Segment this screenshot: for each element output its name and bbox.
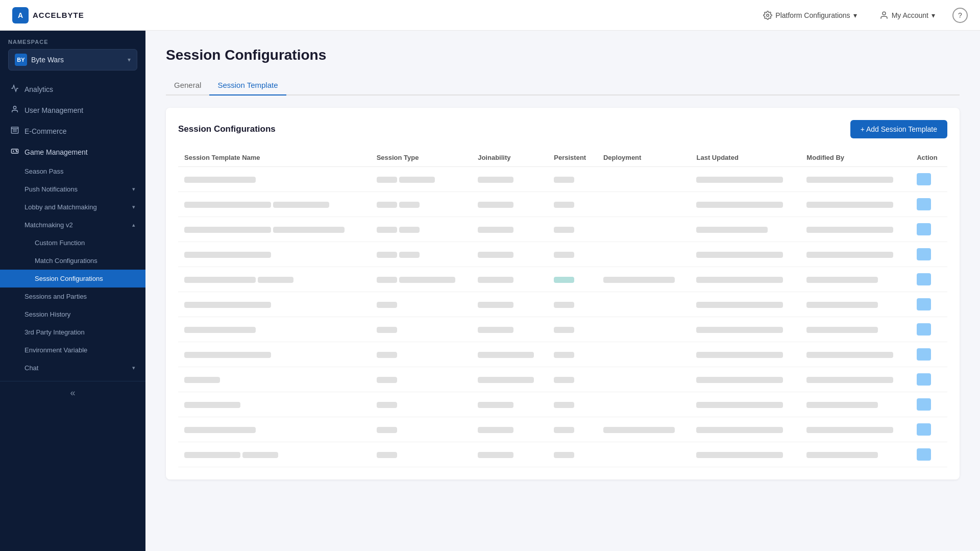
- skel: [917, 223, 931, 235]
- my-account-label: My Account: [892, 11, 928, 19]
- skel: [603, 427, 675, 433]
- sidebar-item-user-management[interactable]: User Management: [0, 100, 145, 121]
- sidebar-item-label-chat: Chat: [24, 364, 38, 372]
- skel: [696, 452, 783, 458]
- gear-icon: [763, 11, 772, 20]
- table-row: [178, 442, 947, 467]
- namespace-badge: BY: [15, 54, 27, 66]
- skel: [399, 277, 455, 283]
- skel: [478, 227, 513, 233]
- namespace-dropdown[interactable]: BY Byte Wars ▾: [8, 49, 137, 70]
- skel: [273, 202, 329, 208]
- svg-point-12: [16, 150, 16, 151]
- sidebar-item-e-commerce[interactable]: E-Commerce: [0, 121, 145, 141]
- sidebar-item-label-lobby-matchmaking: Lobby and Matchmaking: [24, 203, 97, 211]
- tab-session-template[interactable]: Session Template: [209, 76, 286, 95]
- col-last-updated: Last Updated: [690, 149, 800, 167]
- skel: [917, 448, 931, 461]
- sidebar-item-sessions-parties[interactable]: Sessions and Parties: [0, 288, 145, 305]
- sidebar-item-match-configurations[interactable]: Match Configurations: [0, 252, 145, 270]
- table-row: [178, 192, 947, 217]
- skel: [377, 427, 397, 433]
- sidebar-item-session-configurations[interactable]: Session Configurations: [0, 270, 145, 288]
- skel: [917, 298, 931, 310]
- skel: [184, 252, 271, 258]
- sidebar-item-matchmaking-v2[interactable]: Matchmaking v2 ▴: [0, 216, 145, 234]
- sidebar-item-season-pass[interactable]: Season Pass: [0, 162, 145, 180]
- skel: [273, 227, 345, 233]
- tab-bar: General Session Template: [166, 76, 960, 95]
- sidebar-collapse-button[interactable]: «: [0, 381, 145, 404]
- skel: [806, 452, 878, 458]
- skel: [554, 452, 574, 458]
- skel: [696, 227, 768, 233]
- sidebar-item-game-management[interactable]: Game Management: [0, 141, 145, 162]
- card-title: Session Configurations: [178, 124, 276, 134]
- skel: [377, 177, 397, 183]
- page-title: Session Configurations: [166, 47, 960, 63]
- skel: [478, 402, 513, 408]
- main-inner: Session Configurations General Session T…: [145, 31, 980, 496]
- skel: [806, 202, 893, 208]
- skel: [399, 227, 420, 233]
- sidebar-item-label-push-notifications: Push Notifications: [24, 185, 78, 193]
- layout: NAMESPACE BY Byte Wars ▾ Analytics User …: [0, 31, 980, 551]
- skel: [184, 227, 271, 233]
- table-body: [178, 167, 947, 467]
- skel: [917, 173, 931, 185]
- skel: [917, 323, 931, 336]
- table-row: [178, 167, 947, 192]
- skel: [917, 398, 931, 411]
- skel: [554, 252, 574, 258]
- skel: [554, 427, 574, 433]
- platform-config-label: Platform Configurations: [775, 11, 850, 19]
- platform-config-button[interactable]: Platform Configurations ▾: [758, 8, 862, 23]
- session-configurations-card: Session Configurations + Add Session Tem…: [166, 108, 960, 480]
- sidebar-item-session-history[interactable]: Session History: [0, 305, 145, 323]
- table-row: [178, 317, 947, 342]
- skel: [806, 327, 878, 333]
- my-account-arrow: ▾: [932, 11, 935, 19]
- skel: [478, 427, 513, 433]
- skel: [242, 452, 278, 458]
- skel: [554, 227, 574, 233]
- table-row: [178, 242, 947, 267]
- sidebar-item-custom-function[interactable]: Custom Function: [0, 234, 145, 252]
- help-button[interactable]: ?: [952, 8, 968, 23]
- table-header-row: Session Template Name Session Type Joina…: [178, 149, 947, 167]
- skel: [377, 277, 397, 283]
- col-joinability: Joinability: [472, 149, 548, 167]
- sidebar-item-analytics[interactable]: Analytics: [0, 79, 145, 100]
- sidebar-item-environment-variable[interactable]: Environment Variable: [0, 341, 145, 359]
- skel: [377, 452, 397, 458]
- skel: [377, 252, 397, 258]
- sidebar-item-label-e-commerce: E-Commerce: [24, 127, 135, 135]
- skel: [478, 377, 534, 383]
- sidebar-item-label-matchmaking-v2: Matchmaking v2: [24, 221, 73, 229]
- skel: [184, 177, 256, 183]
- platform-config-arrow: ▾: [853, 11, 857, 19]
- svg-rect-3: [11, 127, 18, 129]
- col-session-template-name: Session Template Name: [178, 149, 371, 167]
- sidebar-item-push-notifications[interactable]: Push Notifications ▾: [0, 180, 145, 198]
- skel: [806, 302, 878, 308]
- skel: [184, 302, 271, 308]
- skel: [478, 252, 513, 258]
- skel: [806, 352, 893, 358]
- add-session-template-button[interactable]: + Add Session Template: [850, 120, 947, 138]
- sidebar-item-lobby-matchmaking[interactable]: Lobby and Matchmaking ▾: [0, 198, 145, 216]
- skel: [806, 227, 893, 233]
- sidebar-item-3rd-party-integration[interactable]: 3rd Party Integration: [0, 323, 145, 341]
- skel: [478, 277, 513, 283]
- my-account-button[interactable]: My Account ▾: [874, 8, 940, 23]
- logo-icon: A: [12, 7, 29, 23]
- skel: [554, 177, 574, 183]
- col-deployment: Deployment: [597, 149, 691, 167]
- skel: [696, 252, 783, 258]
- tab-general[interactable]: General: [166, 76, 209, 95]
- table-row: [178, 217, 947, 242]
- sidebar-item-chat[interactable]: Chat ▾: [0, 359, 145, 377]
- skel: [696, 352, 783, 358]
- skel: [478, 202, 513, 208]
- push-notifications-arrow-icon: ▾: [132, 186, 135, 193]
